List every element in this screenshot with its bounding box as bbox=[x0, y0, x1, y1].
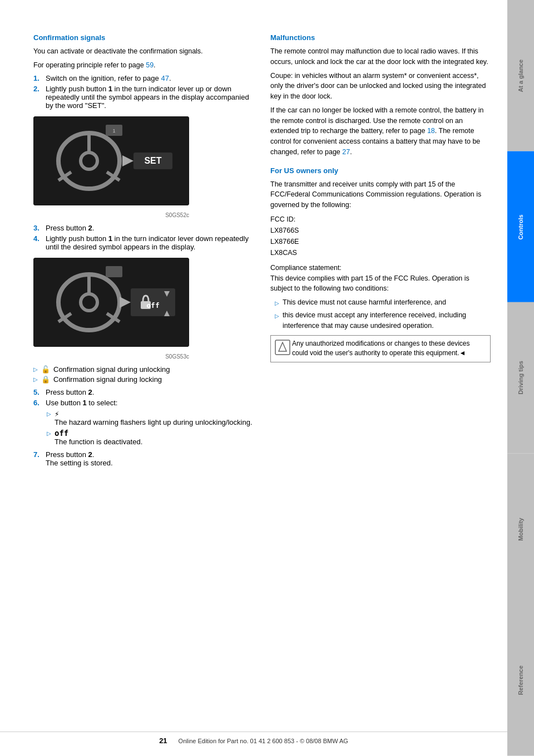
fcc-warning-box: Any unauthorized modifications or change… bbox=[270, 335, 491, 362]
options-list: ▷ ⚡ The hazard warning flashers light up… bbox=[33, 409, 254, 446]
malfunctions-title: Malfunctions bbox=[270, 33, 491, 42]
fcc-lines: FCC ID: LX8766S LX8766E LX8CAS bbox=[270, 214, 491, 258]
step-4: 4. Lightly push button 1 in the turn ind… bbox=[33, 234, 254, 251]
step-7: 7. Press button 2.The setting is stored. bbox=[33, 450, 254, 467]
car-display-svg-1: SET 1 bbox=[33, 116, 189, 205]
warning-icon bbox=[274, 339, 288, 359]
confirmation-signals-title: Confirmation signals bbox=[33, 33, 254, 42]
warning-text: Any unauthorized modifications or change… bbox=[292, 339, 487, 359]
display-screen-2: off bbox=[33, 258, 189, 347]
malfunctions-p1: The remote control may malfunction due t… bbox=[270, 46, 491, 67]
step-3: 3. Press button 2. bbox=[33, 224, 254, 232]
sidebar-tab-at-a-glance[interactable]: At a glance bbox=[507, 0, 534, 151]
sidebar-tab-mobility[interactable]: Mobility bbox=[507, 454, 534, 605]
steps-list: 1. Switch on the ignition, refer to page… bbox=[33, 74, 254, 110]
malfunctions-p3: If the car can no longer be locked with … bbox=[270, 105, 491, 158]
condition-1: ▷ This device must not cause harmful int… bbox=[275, 297, 491, 308]
left-column: Confirmation signals You can activate or… bbox=[33, 33, 254, 734]
step-2: 2. Lightly push button 1 in the turn ind… bbox=[33, 85, 254, 110]
svg-text:1: 1 bbox=[112, 128, 115, 134]
svg-text:SET: SET bbox=[144, 156, 161, 165]
signal-label-1: ▷ 🔓 Confirmation signal during unlocking bbox=[33, 365, 254, 374]
signal-labels: ▷ 🔓 Confirmation signal during unlocking… bbox=[33, 365, 254, 384]
car-display-2: off S0GS53c bbox=[33, 258, 189, 360]
step-6: 6. Use button 1 to select: bbox=[33, 399, 254, 407]
sidebar-tab-controls[interactable]: Controls bbox=[507, 151, 534, 303]
page-47-link[interactable]: 47 bbox=[161, 74, 169, 82]
compliance-label: Compliance statement: This device compli… bbox=[270, 263, 491, 294]
intro-text: You can activate or deactivate the confi… bbox=[33, 46, 254, 57]
right-column: Malfunctions The remote control may malf… bbox=[270, 33, 491, 734]
option-2: ▷ off The function is deactivated. bbox=[47, 429, 254, 446]
page-18-link[interactable]: 18 bbox=[427, 127, 435, 135]
sidebar-tab-reference[interactable]: Reference bbox=[507, 605, 534, 756]
image-1-label: S0GS52c bbox=[33, 212, 189, 218]
sidebar: At a glance Controls Driving tips Mobili… bbox=[507, 0, 534, 756]
footer-text: Online Edition for Part no. 01 41 2 600 … bbox=[179, 738, 348, 744]
svg-text:off: off bbox=[146, 301, 159, 310]
display-screen-1: SET 1 bbox=[33, 116, 189, 205]
operating-principle: For operating principle refer to page 59… bbox=[33, 60, 254, 71]
image-2-label: S0GS53c bbox=[33, 354, 189, 360]
malfunctions-p2: Coupe: in vehicles without an alarm syst… bbox=[270, 71, 491, 102]
car-display-1: SET 1 S0GS52c bbox=[33, 116, 189, 218]
option-1: ▷ ⚡ The hazard warning flashers light up… bbox=[47, 409, 254, 426]
svg-marker-25 bbox=[279, 342, 286, 351]
page-27-link[interactable]: 27 bbox=[342, 148, 350, 156]
car-display-svg-2: off bbox=[33, 258, 189, 347]
svg-rect-23 bbox=[106, 266, 122, 277]
for-us-p1: The transmitter and receiver units compl… bbox=[270, 179, 491, 210]
sidebar-tab-driving-tips[interactable]: Driving tips bbox=[507, 302, 534, 454]
main-content: Confirmation signals You can activate or… bbox=[0, 0, 507, 756]
signal-label-2: ▷ 🔒 Confirmation signal during locking bbox=[33, 375, 254, 384]
conditions-list: ▷ This device must not cause harmful int… bbox=[270, 297, 491, 331]
step-5: 5. Press button 2. bbox=[33, 388, 254, 396]
page-footer: 21 Online Edition for Part no. 01 41 2 6… bbox=[0, 732, 507, 745]
page-number: 21 bbox=[159, 737, 167, 745]
page-container: Confirmation signals You can activate or… bbox=[0, 0, 534, 756]
for-us-title: For US owners only bbox=[270, 166, 491, 175]
step-1: 1. Switch on the ignition, refer to page… bbox=[33, 74, 254, 82]
page-59-link[interactable]: 59 bbox=[146, 61, 154, 69]
condition-2: ▷ this device must accept any interferen… bbox=[275, 310, 491, 331]
